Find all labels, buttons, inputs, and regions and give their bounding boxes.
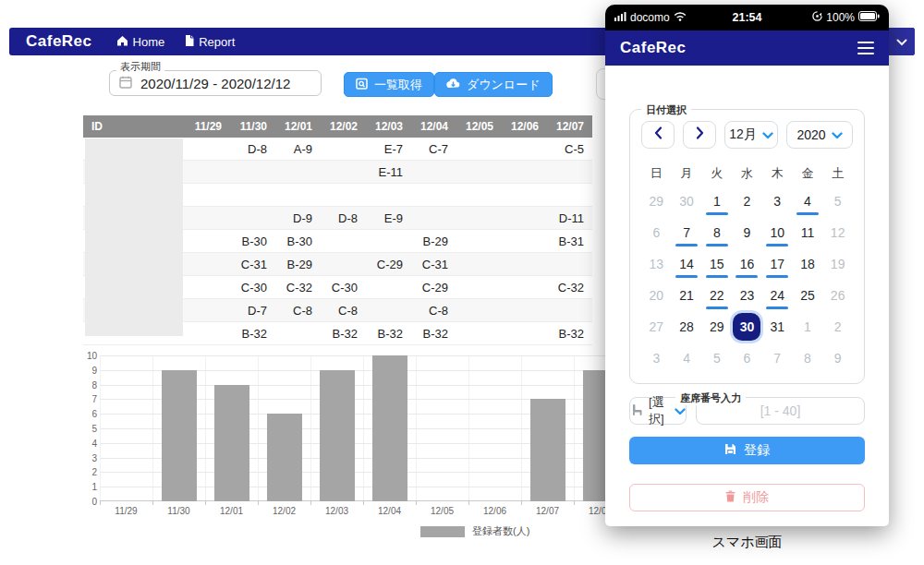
calendar-day[interactable]: 22 — [701, 280, 732, 311]
cell-seat — [502, 230, 547, 252]
cell-seat — [366, 230, 411, 252]
calendar-day[interactable]: 14 — [672, 248, 702, 280]
delete-button[interactable]: 削除 — [629, 484, 865, 511]
calendar-day[interactable]: 7 — [672, 217, 702, 248]
cell-seat: B-32 — [547, 322, 592, 344]
home-icon — [116, 35, 128, 49]
download-button[interactable]: ダウンロード — [434, 72, 553, 97]
x-tick-label: 11/30 — [152, 506, 205, 516]
cell-seat — [411, 161, 456, 183]
calendar-day[interactable]: 15 — [701, 248, 732, 280]
download-label: ダウンロード — [467, 77, 541, 93]
calendar-day[interactable]: 10 — [762, 217, 793, 248]
calendar-day[interactable]: 4 — [672, 343, 702, 374]
nav-report[interactable]: Report — [185, 35, 235, 49]
calendar-day[interactable]: 19 — [822, 248, 853, 280]
legend-swatch — [420, 526, 465, 537]
chart-bar — [320, 370, 355, 501]
rotation-lock-icon — [812, 11, 822, 24]
calendar-day-number: 21 — [673, 282, 700, 309]
calendar-day[interactable]: 23 — [732, 280, 762, 311]
calendar-day[interactable]: 13 — [641, 248, 672, 280]
calendar-day[interactable]: 2 — [822, 311, 853, 343]
hamburger-menu-icon[interactable] — [857, 42, 874, 54]
axis-tick — [574, 501, 575, 505]
cell-seat — [366, 184, 411, 206]
calendar-day[interactable]: 2 — [732, 186, 762, 217]
calendar-day[interactable]: 26 — [822, 280, 853, 311]
calendar-day[interactable]: 1 — [793, 311, 823, 343]
cell-seat — [502, 161, 547, 183]
calendar-day[interactable]: 29 — [641, 186, 672, 217]
cell-seat: C-29 — [411, 276, 456, 298]
calendar-day-number: 25 — [794, 282, 821, 309]
calendar-day[interactable]: 17 — [762, 248, 793, 280]
navbar-dropdown-button[interactable] — [889, 28, 915, 55]
nav-home[interactable]: Home — [116, 35, 165, 49]
cell-seat — [502, 322, 547, 344]
calendar-day[interactable]: 6 — [641, 217, 672, 248]
cell-seat: C-32 — [547, 276, 592, 298]
calendar-day[interactable]: 4 — [793, 186, 823, 217]
calendar-day[interactable]: 30 — [732, 311, 762, 343]
calendar-day[interactable]: 30 — [672, 186, 702, 217]
month-select[interactable]: 12月 — [724, 121, 778, 149]
calendar-day[interactable]: 8 — [793, 343, 823, 374]
calendar-day[interactable]: 12 — [822, 217, 853, 248]
period-input[interactable]: 2020/11/29 - 2020/12/12 — [109, 70, 322, 96]
x-tick-label: 12/07 — [521, 506, 574, 516]
chart-bar — [214, 385, 249, 501]
cell-seat: B-29 — [275, 253, 321, 275]
calendar-day[interactable]: 29 — [701, 311, 732, 343]
calendar-day[interactable]: 9 — [822, 343, 853, 374]
calendar-day[interactable]: 5 — [822, 186, 853, 217]
cell-seat — [321, 184, 366, 206]
calendar-day-number: 5 — [703, 344, 731, 372]
cell-seat — [456, 138, 502, 160]
calendar-day[interactable]: 3 — [641, 343, 672, 374]
prev-month-button[interactable] — [641, 121, 675, 149]
chart-bar — [530, 399, 565, 501]
chair-icon — [630, 403, 644, 419]
calendar-day-number: 1 — [794, 313, 821, 341]
x-tick-label: 11/29 — [100, 506, 152, 516]
register-button[interactable]: 登録 — [629, 437, 865, 464]
calendar-day[interactable]: 3 — [762, 186, 793, 217]
calendar-day-number: 27 — [642, 313, 670, 341]
calendar-day[interactable]: 18 — [793, 248, 823, 280]
cell-seat: E-11 — [366, 161, 411, 183]
calendar-day[interactable]: 9 — [732, 217, 762, 248]
calendar-day[interactable]: 1 — [701, 186, 732, 217]
calendar-day[interactable]: 28 — [672, 311, 702, 343]
calendar-day-number: 4 — [794, 187, 821, 215]
cell-seat — [502, 253, 547, 275]
cell-seat: B-32 — [411, 322, 456, 344]
calendar-day[interactable]: 5 — [701, 343, 732, 374]
calendar-day[interactable]: 11 — [793, 217, 823, 248]
cell-seat — [456, 299, 502, 321]
calendar-day[interactable]: 16 — [732, 248, 762, 280]
next-month-button[interactable] — [683, 121, 716, 149]
fetch-list-button[interactable]: 一覧取得 — [344, 72, 434, 97]
cell-seat: B-29 — [411, 230, 456, 252]
weekday-label: 土 — [822, 165, 853, 182]
calendar-day-number: 19 — [824, 250, 852, 278]
calendar-day[interactable]: 8 — [701, 217, 732, 248]
column-header-date: 12/06 — [502, 115, 547, 138]
calendar-day[interactable]: 7 — [762, 343, 793, 374]
chevron-down-icon — [762, 127, 773, 142]
column-header-date: 12/03 — [366, 115, 411, 138]
calendar-day[interactable]: 31 — [762, 311, 793, 343]
year-select[interactable]: 2020 — [786, 121, 853, 149]
calendar-day[interactable]: 27 — [641, 311, 672, 343]
calendar-day-number: 22 — [703, 282, 731, 309]
cell-seat — [230, 207, 275, 229]
calendar-day[interactable]: 20 — [641, 280, 672, 311]
calendar-day[interactable]: 21 — [672, 280, 702, 311]
column-header-date: 11/29 — [185, 115, 230, 138]
calendar-day[interactable]: 6 — [732, 343, 762, 374]
calendar-day[interactable]: 25 — [793, 280, 823, 311]
calendar-day[interactable]: 24 — [762, 280, 793, 311]
date-picker-legend: 日付選択 — [641, 103, 691, 117]
table-header-row: ID 11/2911/3012/0112/0212/0312/0412/0512… — [83, 115, 592, 138]
